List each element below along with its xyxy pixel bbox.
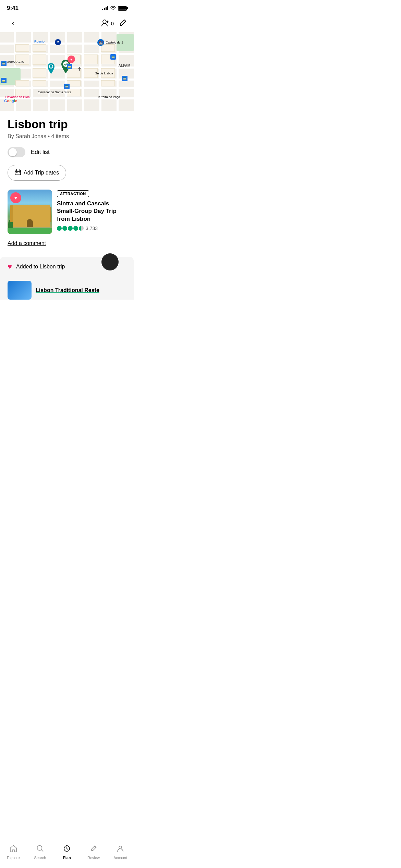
- second-card-partial: Lisbon Traditional Reste: [0, 277, 134, 300]
- banner-text: Added to Lisbon trip: [16, 264, 65, 270]
- svg-point-4: [52, 65, 52, 66]
- svg-rect-8: [17, 172, 18, 173]
- back-button[interactable]: ‹: [7, 17, 19, 29]
- castelo-icon: 🏰: [97, 39, 104, 46]
- card-title[interactable]: Sintra and Cascais Small-Group Day Trip …: [57, 200, 126, 222]
- status-icons: [102, 5, 127, 11]
- rating-dot-2: [62, 226, 67, 231]
- add-trip-dates-button[interactable]: Add Trip dates: [8, 165, 66, 181]
- calendar-icon: [15, 169, 21, 177]
- rating-circles: [57, 226, 84, 231]
- transit-icon-1: 🚃: [1, 61, 7, 66]
- add-person-icon: [101, 19, 110, 28]
- castle-arch: [27, 219, 33, 227]
- rossio-label: Rossio: [34, 40, 45, 43]
- ground: [8, 228, 52, 234]
- rating-count: 3,733: [86, 226, 98, 231]
- second-card-title[interactable]: Lisbon Traditional Reste: [36, 287, 99, 293]
- svg-rect-7: [16, 172, 17, 173]
- terreiro-label: Terreiro do Paço: [97, 95, 120, 99]
- card-image[interactable]: ♥: [8, 190, 52, 234]
- map-area[interactable]: Rossio M 🏰 Castelo de S BAIRRO ALTO ALFA…: [0, 32, 134, 111]
- add-comment-link[interactable]: Add a comment: [8, 240, 46, 246]
- camera-pin: [46, 63, 56, 74]
- rating-dot-4: [73, 226, 78, 231]
- church-icon: ✝: [77, 66, 82, 72]
- castelo-marker: 🏰 Castelo de S: [97, 39, 123, 46]
- nav-right-actions: 0: [101, 19, 127, 28]
- edit-list-toggle[interactable]: [8, 147, 25, 157]
- second-card-image: [8, 281, 32, 300]
- google-logo: Google: [4, 99, 17, 103]
- add-person-button[interactable]: 0: [101, 19, 114, 28]
- rating-dot-3: [68, 226, 73, 231]
- attraction-badge: ATTRACTION: [57, 190, 89, 197]
- transit-icon-4: 🚃: [122, 76, 127, 81]
- status-time: 9:41: [7, 5, 19, 12]
- castelo-label: Castelo de S: [106, 41, 123, 44]
- second-card-img-bg: [8, 281, 32, 300]
- bairro-alto-label: BAIRRO ALTO: [3, 60, 24, 63]
- wifi-icon: [110, 5, 116, 11]
- rating-dot-1: [57, 226, 62, 231]
- alfama-label: ALFAM: [119, 64, 130, 68]
- battery-icon: [118, 6, 127, 11]
- svg-rect-9: [19, 172, 20, 173]
- add-dates-label: Add Trip dates: [24, 170, 59, 176]
- status-bar: 9:41: [0, 0, 134, 14]
- se-lisboa-label: Sé de Lisboa: [95, 72, 113, 75]
- trip-title: Lisbon trip: [8, 118, 126, 131]
- card-info: ATTRACTION Sintra and Cascais Small-Grou…: [57, 190, 126, 234]
- transit-icon-6: 🚃: [64, 84, 70, 89]
- elevador-santa-justa-label: Elevador de Santa Justa: [38, 91, 71, 94]
- attraction-card: ♥ ATTRACTION Sintra and Cascais Small-Gr…: [8, 190, 126, 234]
- svg-point-0: [103, 20, 106, 23]
- top-nav: ‹ 0: [0, 14, 134, 32]
- signal-bars-icon: [102, 6, 108, 10]
- edit-list-row: Edit list: [8, 147, 126, 157]
- main-content: Lisbon trip By Sarah Jonas • 4 items Edi…: [0, 111, 134, 253]
- person-count: 0: [111, 21, 114, 26]
- metro-badge: M: [55, 39, 61, 45]
- edit-button[interactable]: [119, 19, 127, 28]
- map-heart-badge: ♥: [68, 56, 75, 63]
- banner-heart-icon: ♥: [8, 262, 12, 271]
- rating-row: 3,733: [57, 226, 126, 231]
- toggle-knob: [9, 148, 17, 156]
- edit-list-label: Edit list: [31, 149, 50, 156]
- elevador-bica-label: Elevador da Bica: [5, 95, 30, 99]
- transit-icon-5: 🚃: [67, 64, 72, 69]
- trip-meta: By Sarah Jonas • 4 items: [8, 133, 126, 140]
- transit-icon-2: 🚃: [1, 78, 7, 83]
- transit-icon-3: 🚃: [110, 54, 116, 60]
- rating-dot-5: [79, 226, 84, 231]
